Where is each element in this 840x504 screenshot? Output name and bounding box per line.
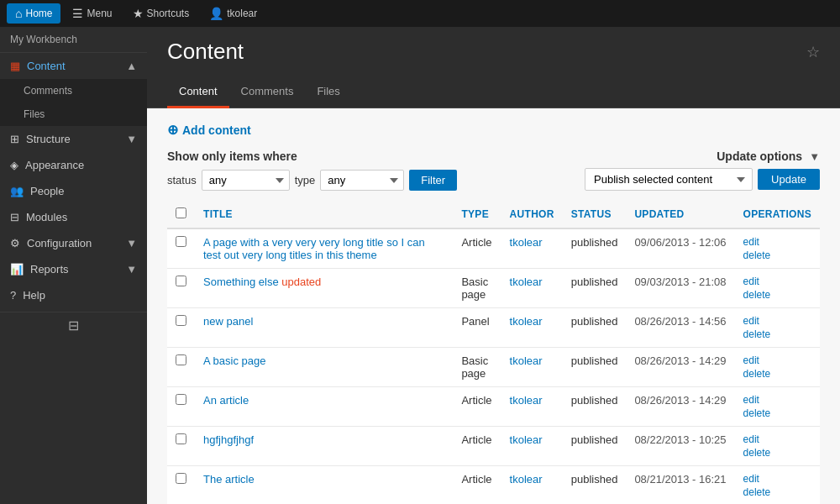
update-options-select[interactable]: Publish selected content Unpublish selec… bbox=[585, 168, 753, 191]
row-ops-cell: editdelete bbox=[735, 387, 820, 427]
row-title-cell: A basic page bbox=[195, 348, 453, 387]
collapse-arrow[interactable]: ▼ bbox=[809, 150, 820, 163]
update-options-section: Update options ▼ Publish selected conten… bbox=[585, 150, 820, 191]
table-row: The articleArticletkolearpublished08/21/… bbox=[167, 466, 820, 505]
op-delete-link[interactable]: delete bbox=[743, 328, 811, 340]
tab-content[interactable]: Content bbox=[167, 76, 229, 108]
filter-button[interactable]: Filter bbox=[409, 170, 457, 191]
sidebar-item-content-group[interactable]: ▦ Content ▲ bbox=[0, 53, 147, 79]
sidebar-item-people[interactable]: 👥 People bbox=[0, 178, 147, 204]
sidebar-item-structure[interactable]: ⊞ Structure ▼ bbox=[0, 126, 147, 152]
row-checkbox[interactable] bbox=[176, 276, 186, 286]
op-edit-link[interactable]: edit bbox=[743, 433, 811, 445]
author-link[interactable]: tkolear bbox=[510, 473, 543, 486]
type-filter-label: type bbox=[295, 174, 316, 186]
status-filter-label: status bbox=[167, 174, 197, 186]
sidebar-item-help[interactable]: ? Help bbox=[0, 282, 147, 308]
op-delete-link[interactable]: delete bbox=[743, 486, 811, 498]
menu-nav-item[interactable]: ☰ Menu bbox=[64, 3, 120, 24]
sidebar-item-modules[interactable]: ⊟ Modules bbox=[0, 204, 147, 230]
op-delete-link[interactable]: delete bbox=[743, 407, 811, 419]
row-status-cell: published bbox=[563, 387, 627, 427]
sidebar-item-appearance[interactable]: ◈ Appearance bbox=[0, 152, 147, 178]
shortcuts-label: Shortcuts bbox=[147, 8, 190, 19]
appearance-icon: ◈ bbox=[10, 159, 18, 171]
add-content-button[interactable]: ⊕ Add content bbox=[167, 122, 251, 138]
author-link[interactable]: tkolear bbox=[510, 315, 543, 328]
sidebar-filter-button[interactable]: ⊟ bbox=[0, 312, 147, 339]
content-title-link[interactable]: new panel bbox=[203, 315, 253, 328]
help-icon: ? bbox=[10, 289, 16, 302]
row-ops-cell: editdelete bbox=[735, 269, 820, 308]
row-ops-cell: editdelete bbox=[735, 228, 820, 269]
appearance-label: Appearance bbox=[25, 159, 84, 171]
sidebar-workbench[interactable]: My Workbench bbox=[0, 27, 147, 53]
op-edit-link[interactable]: edit bbox=[743, 236, 811, 248]
sidebar-item-reports[interactable]: 📊 Reports ▼ bbox=[0, 256, 147, 282]
comments-label: Comments bbox=[24, 85, 72, 97]
tab-comments[interactable]: Comments bbox=[229, 76, 306, 108]
row-checkbox[interactable] bbox=[176, 433, 186, 444]
op-edit-link[interactable]: edit bbox=[743, 315, 811, 327]
author-link[interactable]: tkolear bbox=[510, 433, 543, 446]
row-checkbox[interactable] bbox=[176, 315, 186, 326]
op-delete-link[interactable]: delete bbox=[743, 447, 811, 459]
user-nav-item[interactable]: 👤 tkolear bbox=[201, 3, 265, 24]
row-checkbox[interactable] bbox=[176, 354, 186, 365]
content-title-link[interactable]: The article bbox=[203, 473, 255, 486]
row-checkbox[interactable] bbox=[176, 394, 186, 405]
update-button[interactable]: Update bbox=[758, 169, 820, 190]
content-title-link[interactable]: A basic page bbox=[203, 354, 265, 367]
th-author: AUTHOR bbox=[501, 201, 563, 228]
updated-badge: updated bbox=[281, 276, 321, 288]
op-edit-link[interactable]: edit bbox=[743, 276, 811, 287]
row-title-cell: An article bbox=[195, 387, 453, 427]
sidebar-item-configuration[interactable]: ⚙ Configuration ▼ bbox=[0, 230, 147, 256]
sidebar-item-files[interactable]: Files bbox=[0, 102, 147, 126]
op-delete-link[interactable]: delete bbox=[743, 368, 811, 380]
author-link[interactable]: tkolear bbox=[510, 394, 543, 407]
row-title-cell: The article bbox=[195, 466, 453, 505]
table-row: hgfjhgfjhgfArticletkolearpublished08/22/… bbox=[167, 427, 820, 466]
modules-label: Modules bbox=[26, 211, 67, 223]
row-checkbox[interactable] bbox=[176, 236, 186, 247]
content-title-link[interactable]: A page with a very very very long title … bbox=[203, 236, 425, 261]
home-nav-item[interactable]: ⌂ Home bbox=[7, 3, 60, 24]
table-row: new panelPaneltkolearpublished08/26/2013… bbox=[167, 308, 820, 348]
op-edit-link[interactable]: edit bbox=[743, 394, 811, 406]
tab-files[interactable]: Files bbox=[305, 76, 351, 108]
th-updated[interactable]: UPDATED bbox=[626, 201, 734, 228]
row-status-cell: published bbox=[563, 228, 627, 269]
top-navigation: ⌂ Home ☰ Menu ★ Shortcuts 👤 tkolear bbox=[0, 0, 840, 27]
add-content-label: Add content bbox=[182, 123, 251, 137]
op-edit-link[interactable]: edit bbox=[743, 473, 811, 485]
content-title-link[interactable]: Something else bbox=[203, 276, 281, 288]
type-filter-select[interactable]: any Article Basic page Panel bbox=[320, 170, 404, 191]
th-title[interactable]: TITLE bbox=[195, 201, 453, 228]
author-link[interactable]: tkolear bbox=[510, 276, 543, 288]
row-updated-cell: 09/06/2013 - 12:06 bbox=[626, 228, 734, 269]
row-type-cell: Basic page bbox=[453, 269, 501, 308]
op-edit-link[interactable]: edit bbox=[743, 354, 811, 366]
row-author-cell: tkolear bbox=[501, 348, 563, 387]
row-checkbox[interactable] bbox=[176, 473, 186, 484]
content-title-link[interactable]: hgfjhgfjhgf bbox=[203, 433, 254, 446]
author-link[interactable]: tkolear bbox=[510, 354, 543, 367]
menu-icon: ☰ bbox=[72, 7, 83, 20]
author-link[interactable]: tkolear bbox=[510, 236, 543, 249]
op-delete-link[interactable]: delete bbox=[743, 249, 811, 261]
content-title-link[interactable]: An article bbox=[203, 394, 249, 407]
table-row: An articleArticletkolearpublished08/26/2… bbox=[167, 387, 820, 427]
th-status[interactable]: STATUS bbox=[563, 201, 627, 228]
row-status-cell: published bbox=[563, 348, 627, 387]
op-delete-link[interactable]: delete bbox=[743, 289, 811, 301]
user-label: tkolear bbox=[227, 8, 257, 19]
select-all-checkbox[interactable] bbox=[176, 207, 186, 218]
favorite-button[interactable]: ☆ bbox=[806, 43, 820, 61]
status-filter-select[interactable]: any published unpublished bbox=[202, 170, 290, 191]
row-status-cell: published bbox=[563, 269, 627, 308]
sidebar-item-comments[interactable]: Comments bbox=[0, 79, 147, 102]
row-updated-cell: 08/26/2013 - 14:29 bbox=[626, 348, 734, 387]
shortcuts-nav-item[interactable]: ★ Shortcuts bbox=[124, 3, 198, 24]
table-body: A page with a very very very long title … bbox=[167, 228, 820, 504]
